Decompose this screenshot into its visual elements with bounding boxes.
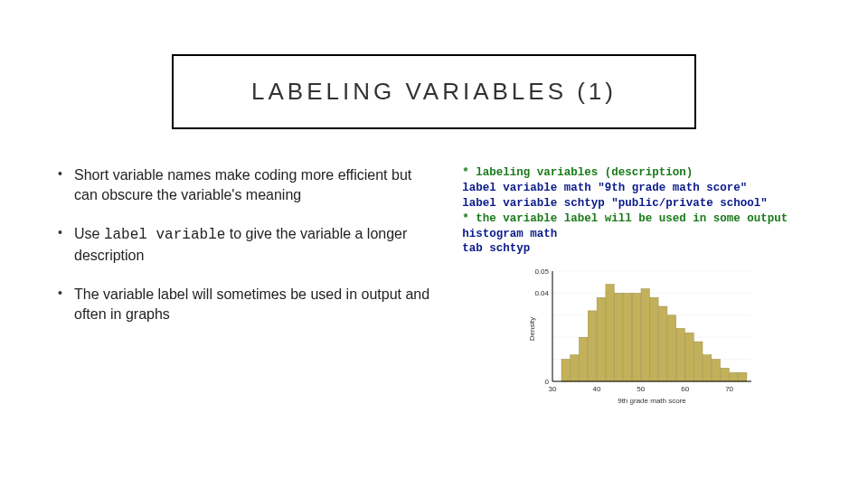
bullet-item: Short variable names make coding more ef… [54,165,435,204]
svg-rect-8 [571,355,579,381]
svg-rect-15 [632,294,640,382]
inline-code: label variable [104,227,225,243]
svg-text:30: 30 [549,385,557,393]
svg-rect-19 [668,315,676,381]
bullet-item: Use label variable to give the variable … [54,224,435,265]
bullet-text: Use [74,226,104,241]
svg-rect-17 [650,298,658,382]
code-comment: * labeling variables (description) [462,166,693,179]
x-axis-label: 9th grade math score [618,397,686,405]
svg-rect-12 [606,285,614,381]
right-column: * labeling variables (description) label… [462,165,814,408]
left-column: Short variable names make coding more ef… [54,165,435,408]
bullet-list: Short variable names make coding more ef… [54,165,435,324]
y-axis-label: Density [528,317,536,342]
svg-rect-25 [721,369,729,382]
svg-rect-14 [624,294,632,382]
histogram-svg: 30 40 50 60 70 0 0.04 0.05 9th grade mat… [525,264,760,408]
code-block: * labeling variables (description) label… [462,165,814,257]
histogram-chart: 30 40 50 60 70 0 0.04 0.05 9th grade mat… [525,264,760,408]
svg-text:60: 60 [681,385,689,393]
code-line: histogram math [462,228,557,240]
svg-rect-22 [694,342,703,381]
code-line: label variable math "9th grade math scor… [462,182,747,194]
svg-rect-27 [739,372,747,381]
svg-rect-9 [580,337,588,381]
svg-text:50: 50 [637,385,646,393]
svg-rect-16 [641,289,649,381]
svg-rect-23 [703,355,712,381]
slide: LABELING VARIABLES (1) Short variable na… [0,0,868,488]
svg-text:70: 70 [725,385,733,393]
svg-rect-18 [659,306,667,381]
slide-title: LABELING VARIABLES (1) [172,54,696,129]
code-comment: * the variable label will be used in som… [462,212,788,225]
svg-rect-24 [712,360,720,381]
svg-text:0.04: 0.04 [535,289,550,297]
code-line: tab schtyp [462,242,530,255]
code-line: label variable schtyp "public/private sc… [462,197,768,210]
svg-text:0.05: 0.05 [535,267,550,276]
svg-rect-26 [730,372,738,381]
columns: Short variable names make coding more ef… [54,165,814,408]
svg-rect-13 [615,294,623,382]
bullet-item: The variable label will sometimes be use… [54,285,435,324]
svg-rect-7 [561,360,570,381]
x-ticks: 30 40 50 60 70 [549,385,734,393]
svg-rect-10 [589,311,597,381]
svg-rect-20 [676,329,684,382]
svg-text:40: 40 [593,385,601,393]
svg-text:0: 0 [545,378,550,386]
svg-rect-21 [685,333,693,382]
svg-rect-11 [597,298,605,382]
y-ticks: 0 0.04 0.05 [535,267,550,386]
